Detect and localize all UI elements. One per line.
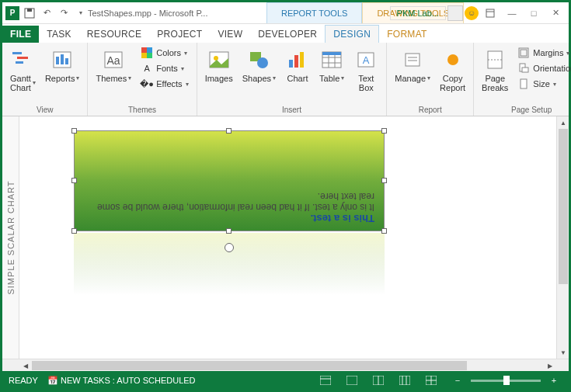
svg-point-20	[257, 57, 268, 68]
reports-button[interactable]: Reports▾	[42, 46, 83, 85]
ribbon-tabs: FILE TASK RESOURCE PROJECT VIEW DEVELOPE…	[2, 24, 569, 43]
themes-button[interactable]: Aa Themes▾	[92, 46, 134, 85]
shapes-label: Shapes	[242, 74, 271, 83]
group-label-view: View	[37, 105, 54, 114]
resize-handle-bl[interactable]	[71, 228, 77, 234]
vertical-scrollbar[interactable]: ▲ ▼	[556, 116, 569, 359]
size-button[interactable]: Size▾	[514, 77, 571, 91]
tab-project[interactable]: PROJECT	[149, 26, 210, 43]
selected-shape[interactable]: This is a test. It is only a test. If it…	[74, 130, 385, 231]
shapes-button[interactable]: Shapes▾	[239, 46, 279, 85]
images-label: Images	[205, 74, 233, 83]
chart-label: Chart	[287, 74, 308, 83]
zoom-out-button[interactable]: −	[449, 373, 466, 387]
fonts-button[interactable]: AFonts▾	[138, 61, 191, 75]
zoom-in-button[interactable]: +	[545, 373, 562, 387]
resize-handle-br[interactable]	[381, 228, 387, 234]
zoom-control: − +	[449, 373, 562, 387]
zoom-slider[interactable]	[471, 380, 541, 382]
minimize-button[interactable]: —	[502, 5, 522, 21]
feedback-smiley-icon[interactable]: ☺	[465, 6, 479, 20]
copy-report-label: Copy Report	[440, 74, 465, 92]
tab-developer[interactable]: DEVELOPER	[250, 26, 325, 43]
view-shortcut-5[interactable]	[423, 373, 440, 387]
view-shortcut-4[interactable]	[396, 373, 413, 387]
resize-handle-tl[interactable]	[71, 128, 77, 134]
ribbon-options-button[interactable]	[480, 5, 500, 21]
view-shortcut-2[interactable]	[343, 373, 360, 387]
svg-point-18	[214, 56, 218, 61]
page-breaks-icon	[482, 47, 507, 72]
maximize-button[interactable]: □	[524, 5, 544, 21]
margins-icon	[517, 47, 530, 59]
manage-button[interactable]: Manage▾	[392, 46, 433, 85]
shape-title-text: This is a test.	[84, 213, 374, 224]
resize-handle-ml[interactable]	[71, 178, 77, 183]
report-canvas[interactable]: This is a test. It is only a test. If it…	[19, 116, 556, 359]
zoom-thumb[interactable]	[503, 376, 510, 385]
resize-handle-tm[interactable]	[226, 128, 232, 134]
scroll-down-arrow[interactable]: ▼	[557, 346, 569, 359]
svg-rect-48	[399, 376, 410, 385]
images-icon	[207, 47, 232, 72]
chart-button[interactable]: Chart	[282, 46, 313, 85]
margins-button[interactable]: Margins▾	[514, 46, 571, 60]
resize-handle-tr[interactable]	[381, 128, 387, 134]
svg-rect-16	[147, 53, 152, 58]
scroll-right-arrow[interactable]: ▶	[544, 359, 556, 372]
qat-undo-button[interactable]: ↶	[40, 6, 54, 20]
page-breaks-button[interactable]: Page Breaks	[479, 46, 511, 94]
context-tab-report-tools[interactable]: REPORT TOOLS	[266, 2, 362, 23]
svg-text:Aa: Aa	[107, 54, 120, 67]
svg-rect-10	[65, 58, 68, 64]
close-button[interactable]: ✕	[545, 5, 566, 21]
group-label-themes: Themes	[128, 105, 156, 114]
scroll-up-arrow[interactable]: ▲	[557, 116, 569, 129]
svg-rect-15	[141, 53, 147, 58]
horizontal-scrollbar[interactable]: ◀ ▶	[19, 359, 556, 371]
tab-resource[interactable]: RESOURCE	[79, 26, 149, 43]
copy-report-button[interactable]: Copy Report	[437, 46, 468, 94]
scroll-left-arrow[interactable]: ◀	[19, 359, 32, 372]
svg-rect-41	[522, 68, 528, 72]
tab-task[interactable]: TASK	[39, 26, 79, 43]
svg-rect-43	[320, 376, 331, 385]
statusbar: READY 📅 NEW TASKS : AUTO SCHEDULED − +	[2, 371, 569, 390]
resize-handle-bm[interactable]	[226, 228, 232, 234]
qat-save-button[interactable]	[23, 6, 37, 20]
qat-customize-dropdown[interactable]: ▾	[74, 6, 88, 20]
images-button[interactable]: Images	[202, 46, 236, 85]
resize-handle-mr[interactable]	[381, 178, 387, 183]
scroll-thumb-v[interactable]	[559, 129, 568, 284]
scroll-thumb-h[interactable]	[32, 361, 467, 370]
gantt-chart-button[interactable]: Gantt Chart▾	[7, 46, 39, 94]
avatar[interactable]	[447, 5, 463, 21]
status-newtasks[interactable]: 📅 NEW TASKS : AUTO SCHEDULED	[47, 376, 196, 386]
app-window: P ↶ ↷ ▾ TestShapes.mpp - Microsoft P... …	[0, 0, 571, 392]
table-label: Table	[319, 74, 339, 83]
tab-format[interactable]: FORMAT	[379, 26, 435, 43]
gantt-chart-icon	[10, 47, 35, 72]
table-button[interactable]: Table▾	[316, 46, 347, 85]
tab-view[interactable]: VIEW	[210, 26, 250, 43]
view-shortcut-1[interactable]	[317, 373, 334, 387]
svg-rect-39	[521, 50, 527, 56]
ribbon: Gantt Chart▾ Reports▾ View Aa Themes▾ Co…	[2, 43, 569, 116]
account-label[interactable]: PKM Lab...	[390, 6, 446, 20]
orientation-button[interactable]: Orientation▾	[514, 61, 571, 75]
view-shortcut-3[interactable]	[370, 373, 387, 387]
group-label-insert: Insert	[282, 105, 301, 114]
textbox-button[interactable]: A Text Box	[350, 46, 381, 94]
table-icon	[319, 47, 344, 72]
tab-design[interactable]: DESIGN	[325, 25, 379, 43]
rotate-handle[interactable]	[225, 243, 234, 252]
tab-file[interactable]: FILE	[2, 26, 39, 43]
reports-icon	[50, 47, 75, 72]
effects-icon: �●	[141, 78, 153, 90]
colors-button[interactable]: Colors▾	[138, 46, 191, 60]
size-icon	[517, 78, 530, 90]
svg-rect-6	[16, 61, 23, 64]
side-panel-title[interactable]: SIMPLE SCALAR CHART	[2, 116, 19, 359]
effects-button[interactable]: �●Effects▾	[138, 77, 191, 91]
qat-redo-button[interactable]: ↷	[57, 6, 71, 20]
